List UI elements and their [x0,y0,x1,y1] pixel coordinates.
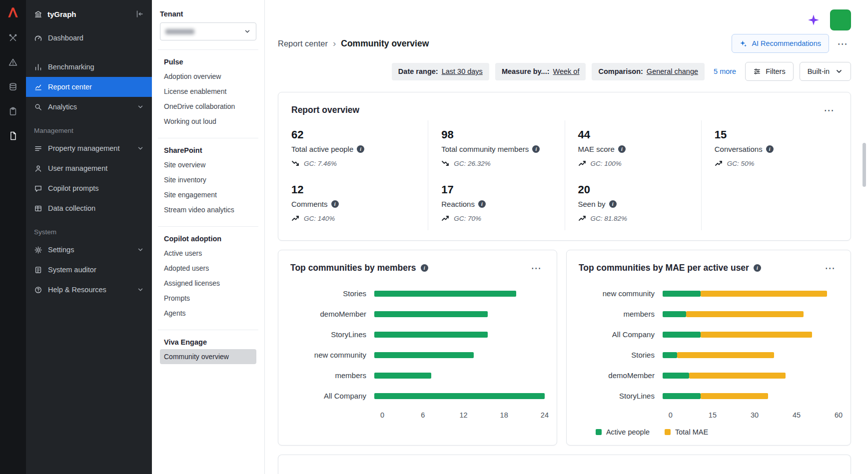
info-icon[interactable] [766,145,774,153]
metric-value: 62 [291,128,419,141]
chart-bar-track [374,332,545,338]
panel-item-onedrive-collaboration[interactable]: OneDrive collaboration [160,99,256,114]
breadcrumb-report-center[interactable]: Report center [278,39,328,48]
sidebar-item-property-management[interactable]: Property management [26,138,152,158]
metric-trend: GC: 26.32% [441,159,555,167]
page-menu-button[interactable] [834,35,851,52]
sidebar-item-help-resources[interactable]: Help & Resources [26,280,152,300]
clipboard-icon[interactable] [8,106,18,116]
filter-value[interactable]: General change [647,67,698,75]
sidebar-item-analytics[interactable]: Analytics [26,97,152,117]
chart-category-label: members [579,310,663,318]
chart-row-demomember: demoMember [579,365,839,386]
info-icon[interactable] [609,200,617,208]
tenant-select[interactable] [160,22,256,40]
sidebar-item-label: System auditor [48,266,96,274]
sidebar-item-settings[interactable]: Settings [26,240,152,260]
panel-item-community-overview[interactable]: Community overview [160,349,256,364]
chart-card-header: Top communities by members [290,259,545,276]
trend-up-icon [441,214,449,222]
ai-sparkle-icon [740,40,747,47]
sidebar-item-label: Property management [48,144,119,152]
tygraph-logo-icon [6,6,19,19]
document-icon[interactable] [8,131,18,141]
info-icon[interactable] [754,264,761,272]
bar-segment-total-mae [686,311,804,317]
user-avatar[interactable] [830,9,851,30]
sidebar-item-data-collection[interactable]: Data collection [26,198,152,218]
chart-bar-track [663,373,839,379]
panel-item-active-users[interactable]: Active users [160,246,256,261]
sliders-icon [753,67,761,75]
info-icon[interactable] [618,145,626,153]
chart-row-members: members [579,304,839,324]
sidebar-item-system-auditor[interactable]: System auditor [26,260,152,280]
filter-value[interactable]: Week of [553,67,580,75]
panel-item-agents[interactable]: Agents [160,306,256,321]
table-grid-icon [34,204,42,213]
panel-item-site-overview[interactable]: Site overview [160,157,256,172]
vertical-scrollbar[interactable] [863,143,866,187]
panel-item-site-inventory[interactable]: Site inventory [160,172,256,187]
sidebar-item-copilot-prompts[interactable]: Copilot prompts [26,178,152,198]
alert-triangle-icon[interactable] [8,57,18,67]
sidebar-item-user-management[interactable]: User management [26,158,152,178]
bar-chart-icon [34,63,42,71]
panel-item-stream-video-analytics[interactable]: Stream video analytics [160,202,256,217]
chart-category-label: StoryLines [290,330,374,339]
info-icon[interactable] [532,145,540,153]
more-filters-link[interactable]: 5 more [714,67,736,75]
panel-item-working-out-loud[interactable]: Working out loud [160,114,256,129]
panel-item-adopted-users[interactable]: Adopted users [160,261,256,276]
app-icon-rail [0,0,26,474]
building-icon [34,10,42,18]
card-menu-button[interactable] [822,259,839,276]
bar-segment-active-people [663,291,701,297]
chart-category-label: new community [290,351,374,359]
panel-item-site-engagement[interactable]: Site engagement [160,187,256,202]
date-range-filter[interactable]: Date range: Last 30 days [392,63,489,80]
filter-value[interactable]: Last 30 days [442,67,483,75]
main-sidebar: tyGraph Dashboard Benchmarking Report ce… [26,0,152,474]
trend-up-icon [291,214,299,222]
legend-swatch [665,429,671,435]
measure-by-filter[interactable]: Measure by...: Week of [495,63,586,80]
info-icon[interactable] [421,264,428,272]
filters-button[interactable]: Filters [745,62,793,81]
tools-icon[interactable] [8,33,18,43]
x-tick: 30 [751,411,759,419]
sidebar-section-system: System [26,218,152,240]
builtin-dropdown[interactable]: Built-in [800,62,851,81]
x-tick: 0 [669,411,673,419]
chart-category-label: members [290,371,374,380]
chart-category-label: All Company [579,330,663,339]
collapse-sidebar-icon[interactable] [135,9,144,18]
info-icon[interactable] [331,200,339,208]
comparison-filter[interactable]: Comparison: General change [592,63,705,80]
report-overview-title: Report overview [291,105,359,115]
sidebar-item-dashboard[interactable]: Dashboard [26,28,152,48]
database-icon[interactable] [8,82,18,92]
chart-category-label: demoMember [579,371,663,380]
card-menu-button[interactable] [528,259,545,276]
bar-segment-total-mae [689,373,786,379]
tenant-value-redacted [165,29,194,34]
sidebar-item-label: Data collection [48,204,95,212]
panel-item-prompts[interactable]: Prompts [160,291,256,306]
chevron-down-icon [137,246,144,253]
sidebar-item-report-center[interactable]: Report center [26,77,152,97]
metric-trend: GC: 7.46% [291,159,419,167]
chart-row-stories: Stories [290,283,545,304]
card-menu-button[interactable] [821,101,838,118]
bar-segment-value [374,393,545,399]
chart-bar-track [663,393,839,399]
panel-item-adoption-overview[interactable]: Adoption overview [160,69,256,84]
panel-item-license-enablement[interactable]: License enablement [160,84,256,99]
ai-recommendations-button[interactable]: AI Recommendations [732,34,829,53]
info-icon[interactable] [478,200,486,208]
sidebar-item-benchmarking[interactable]: Benchmarking [26,57,152,77]
panel-item-assigned-licenses[interactable]: Assigned licenses [160,276,256,291]
sparkle-icon[interactable] [807,13,820,26]
info-icon[interactable] [357,145,364,153]
x-tick: 12 [459,411,467,419]
